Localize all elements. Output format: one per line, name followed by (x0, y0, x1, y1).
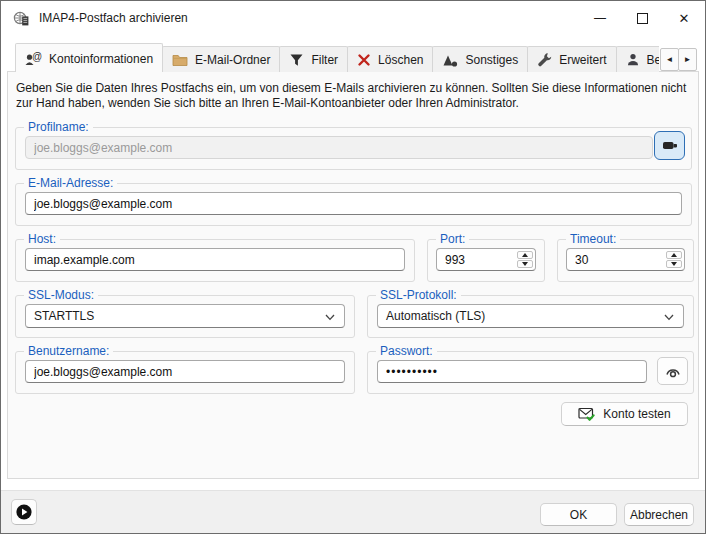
rename-icon (662, 138, 678, 153)
ssl-protokoll-select[interactable]: Automatisch (TLS) (377, 304, 684, 328)
host-label: Host: (24, 232, 60, 246)
tab-sonstiges[interactable]: Sonstiges (432, 46, 528, 72)
eye-icon (664, 364, 682, 379)
benutzername-label: Benutzername: (24, 344, 113, 358)
svg-text:@: @ (32, 51, 42, 62)
ssl-modus-select[interactable]: STARTTLS (25, 304, 345, 328)
scroll-right-icon: ► (684, 55, 692, 64)
spin-up-icon (671, 253, 677, 257)
email-label: E-Mail-Adresse: (24, 176, 117, 190)
ssl-modus-label: SSL-Modus: (24, 288, 98, 302)
group-timeout: Timeout: (557, 239, 694, 282)
timeout-label: Timeout: (566, 232, 620, 246)
tab-kontoinformationen[interactable]: @ Kontoinformationen (15, 43, 163, 72)
scroll-left-icon: ◄ (666, 55, 674, 64)
tab-label: Erweitert (559, 53, 606, 67)
group-port: Port: (427, 239, 545, 282)
close-button[interactable]: ✕ (663, 1, 705, 35)
tab-erweitert[interactable]: Erweitert (527, 46, 616, 72)
group-email: E-Mail-Adresse: (15, 183, 692, 226)
port-spin-up-button[interactable] (517, 251, 533, 259)
play-icon (15, 503, 33, 521)
host-input[interactable] (25, 248, 405, 271)
tab-scroll-left-button[interactable]: ◄ (660, 48, 679, 71)
tab-benutzerzuordnung[interactable]: Benutzerzuordnung (616, 46, 659, 72)
ok-label: OK (570, 508, 587, 522)
timeout-spin-up-button[interactable] (666, 251, 682, 259)
title-bar: IMAP4-Postfach archivieren — ✕ (1, 1, 705, 35)
user-icon (626, 52, 640, 67)
chevron-down-icon (664, 314, 674, 321)
timeout-spinner (666, 251, 682, 268)
test-account-button[interactable]: Konto testen (561, 402, 688, 426)
dialog-window: IMAP4-Postfach archivieren — ✕ @ Kontoin… (0, 0, 706, 534)
port-label: Port: (436, 232, 469, 246)
account-info-icon: @ (25, 51, 42, 66)
run-button[interactable] (11, 499, 37, 525)
tab-panel-kontoinformationen: Geben Sie die Daten Ihres Postfachs ein,… (7, 71, 699, 479)
maximize-icon (637, 13, 648, 24)
tab-loeschen[interactable]: Löschen (347, 46, 433, 72)
tab-strip: @ Kontoinformationen E-Mail-Ordner Filte… (15, 42, 659, 72)
reveal-password-button[interactable] (657, 357, 688, 385)
tab-label: Benutzerzuordnung (647, 53, 659, 67)
profilname-label: Profilname: (24, 120, 93, 134)
spin-down-icon (671, 262, 677, 266)
group-host: Host: (15, 239, 415, 282)
tab-email-ordner[interactable]: E-Mail-Ordner (162, 46, 280, 72)
port-spin-down-button[interactable] (517, 260, 533, 268)
cancel-button[interactable]: Abbrechen (624, 503, 694, 526)
email-input[interactable] (25, 192, 682, 215)
close-icon: ✕ (679, 11, 690, 26)
rename-profile-button[interactable] (654, 131, 685, 160)
minimize-icon: — (594, 11, 606, 25)
tab-label: Kontoinformationen (49, 52, 153, 66)
group-benutzername: Benutzername: (15, 351, 355, 394)
timeout-spin-down-button[interactable] (666, 260, 682, 268)
tab-label: E-Mail-Ordner (195, 53, 270, 67)
spin-down-icon (522, 262, 528, 266)
port-spinner (517, 251, 533, 268)
ssl-modus-value: STARTTLS (34, 309, 94, 323)
passwort-input[interactable] (377, 360, 647, 383)
misc-icon (442, 53, 458, 67)
bottom-bar: OK Abbrechen (1, 490, 705, 533)
tab-label: Filter (311, 53, 338, 67)
app-icon (13, 10, 30, 27)
spin-up-icon (522, 253, 528, 257)
cancel-label: Abbrechen (630, 508, 688, 522)
maximize-button[interactable] (621, 1, 663, 35)
tab-label: Löschen (378, 53, 423, 67)
description-text: Geben Sie die Daten Ihres Postfachs ein,… (16, 81, 688, 111)
benutzername-input[interactable] (25, 360, 345, 383)
profilname-input[interactable] (25, 136, 653, 159)
ok-button[interactable]: OK (540, 503, 617, 526)
test-account-label: Konto testen (603, 407, 670, 421)
delete-x-icon (357, 53, 371, 67)
tab-label: Sonstiges (465, 53, 518, 67)
window-title: IMAP4-Postfach archivieren (39, 11, 188, 25)
wrench-icon (537, 52, 552, 67)
group-ssl-modus: SSL-Modus: STARTTLS (15, 295, 355, 338)
tab-scroll-right-button[interactable]: ► (678, 48, 697, 71)
ssl-protokoll-label: SSL-Protokoll: (376, 288, 461, 302)
tab-scroll-buttons: ◄ ► (660, 48, 697, 71)
tab-filter[interactable]: Filter (279, 46, 348, 72)
test-mail-icon (578, 407, 595, 422)
group-passwort: Passwort: (367, 351, 694, 394)
chevron-down-icon (325, 314, 335, 321)
window-controls: — ✕ (579, 1, 705, 35)
filter-icon (289, 53, 304, 67)
minimize-button[interactable]: — (579, 1, 621, 35)
passwort-label: Passwort: (376, 344, 437, 358)
group-profilname: Profilname: (15, 127, 692, 170)
group-ssl-protokoll: SSL-Protokoll: Automatisch (TLS) (367, 295, 694, 338)
folder-icon (172, 53, 188, 67)
ssl-protokoll-value: Automatisch (TLS) (386, 309, 485, 323)
